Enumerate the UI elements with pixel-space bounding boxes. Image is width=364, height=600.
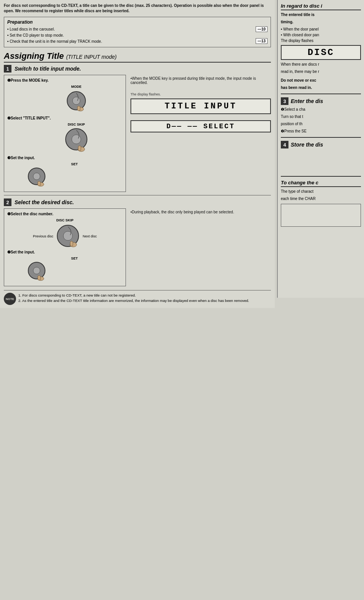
right-warning-text2: has been read in. xyxy=(281,85,361,90)
disc-navigation: Previous disc Next disc xyxy=(7,224,122,248)
change-section-title: To change the c xyxy=(281,180,361,187)
step2-separator xyxy=(4,195,271,195)
step2-left-box: ❶Select the disc number. DISC SKIP Previ… xyxy=(4,208,126,286)
step3-substep3: ❷Press the SE xyxy=(281,128,361,134)
main-title: Assigning Title (TITLE INPUT mode) xyxy=(4,51,271,61)
right-section-subtitle: The entered title is xyxy=(281,12,361,18)
change-text2: each time the CHAR xyxy=(281,196,361,202)
right-warning-text1: Do not move or exc xyxy=(281,77,361,83)
step2-substep1: ❶Select the disc number. xyxy=(7,212,122,216)
svg-rect-3 xyxy=(77,106,80,111)
step1-substep2: ❷Select "TITLE INPUT". xyxy=(7,116,122,120)
prep-step-1: • Load discs in the carousel. xyxy=(7,26,252,32)
svg-point-17 xyxy=(33,267,40,274)
right-section-title: In regard to disc i xyxy=(281,3,361,10)
mode-knob-icon xyxy=(66,89,87,112)
prep-icon-1: —10 xyxy=(256,26,267,32)
svg-point-9 xyxy=(33,173,40,180)
step2-note: •During playback, the disc only being pl… xyxy=(130,210,271,214)
svg-point-1 xyxy=(72,97,80,105)
change-box-placeholder xyxy=(281,204,361,227)
intro-text: For discs not corresponding to CD-TEXT, … xyxy=(4,3,271,14)
step2-content: ❶Select the disc number. DISC SKIP Previ… xyxy=(4,208,271,286)
disc-nav-knob xyxy=(56,224,81,248)
right-divider-3 xyxy=(281,176,361,177)
prep-icons: —10 —13 xyxy=(256,26,267,44)
right-divider-1 xyxy=(281,94,361,94)
prep-step-3: • Check that the unit is in the normal p… xyxy=(7,39,252,45)
main-content: For discs not corresponding to CD-TEXT, … xyxy=(0,0,275,308)
right-bullet-1: When the door panel xyxy=(281,26,361,32)
step4-title: Store the dis xyxy=(291,142,323,148)
set-knob-icon xyxy=(26,167,47,188)
set-icon-area: SET xyxy=(26,162,122,189)
right-note1: When there are discs r xyxy=(281,61,361,67)
step1-left-box: ❶Press the MODE key. MODE ❷Select "TITLE… xyxy=(4,75,126,192)
right-timing: timing. xyxy=(281,19,361,25)
right-warning: Do not move or exc has been read in. xyxy=(281,77,361,90)
step3-substep2-label: Turn so that t xyxy=(281,114,361,119)
right-panel: In regard to disc i The entered title is… xyxy=(277,0,364,298)
display-flashes-label: The display flashes. xyxy=(130,92,271,96)
notes-box: NOTE 1. For discs corresponding to CD-TE… xyxy=(4,290,271,305)
step1-content: ❶Press the MODE key. MODE ❷Select "TITLE… xyxy=(4,75,271,192)
next-disc-label: Next disc xyxy=(83,234,97,238)
step2-number: 2 xyxy=(4,198,11,206)
step3-substep2b: position of th xyxy=(281,121,361,127)
note-item-1: 1. For discs corresponding to CD-TEXT, a… xyxy=(18,293,249,298)
right-display-flashes: The display flashes xyxy=(281,38,361,44)
step2-substep2: ❷Set the input. xyxy=(7,250,122,254)
prep-content: • Load discs in the carousel. • Set the … xyxy=(7,26,267,45)
disc-skip-icon-area: DISC SKIP xyxy=(30,123,122,153)
step3-title: Enter the dis xyxy=(291,98,323,104)
mode-icon-area: MODE xyxy=(30,85,122,113)
step4-header: 4 Store the dis xyxy=(281,141,361,148)
right-bullet-2: With closed door pan xyxy=(281,32,361,38)
step1-note: •When the MODE key is pressed during tit… xyxy=(130,76,271,85)
step1-substep3: ❸Set the input. xyxy=(7,156,122,160)
step3-header: 3 Enter the dis xyxy=(281,97,361,105)
main-subtitle: (TITLE INPUT mode) xyxy=(66,54,116,60)
step4-number: 4 xyxy=(281,141,288,148)
page: CD-323M (En) For discs not corresponding… xyxy=(0,0,364,600)
step4-content-placeholder xyxy=(281,150,361,173)
step2-set-knob xyxy=(26,261,47,282)
step1-header: 1 Switch to title input mode. xyxy=(4,65,271,73)
note-icon: NOTE xyxy=(4,293,16,305)
prep-icon-2: —13 xyxy=(256,38,267,44)
note-item-2: 2. As the entered title and the CD-TEXT … xyxy=(18,298,249,303)
note-content: 1. For discs corresponding to CD-TEXT, a… xyxy=(18,293,249,304)
step2-title: Select the desired disc. xyxy=(14,199,74,205)
step2-set-label: SET xyxy=(26,256,122,260)
right-note2: read in, there may be r xyxy=(281,69,361,74)
preparation-title: Preparation xyxy=(7,19,267,25)
step3-substep1: ❶Select a cha xyxy=(281,106,361,112)
select-display: D—— —— SELECT xyxy=(130,120,271,132)
step2-set-icon-area: SET xyxy=(26,256,122,283)
svg-rect-11 xyxy=(38,181,40,186)
step1-title: Switch to title input mode. xyxy=(14,66,81,72)
change-text1: The type of charact xyxy=(281,189,361,194)
svg-rect-7 xyxy=(78,146,81,151)
right-disc-display: DISC xyxy=(281,45,361,60)
step1-substep1: ❶Press the MODE key. xyxy=(7,78,122,82)
disc-skip-knob xyxy=(63,127,90,152)
prev-disc-label: Previous disc xyxy=(33,234,53,238)
svg-rect-19 xyxy=(38,276,40,280)
step1-display-area: The display flashes. TITLE INPUT xyxy=(130,92,271,114)
svg-rect-15 xyxy=(70,241,73,246)
prep-steps: • Load discs in the carousel. • Set the … xyxy=(7,26,252,45)
step1-number: 1 xyxy=(4,65,11,73)
section-title: Assigning Title (TITLE INPUT mode) xyxy=(4,51,271,63)
step2-disc-skip-label: DISC SKIP xyxy=(7,218,122,222)
mode-label: MODE xyxy=(30,85,122,89)
right-divider-2 xyxy=(281,137,361,138)
prep-step-2: • Set the CD player to stop mode. xyxy=(7,32,252,39)
step3-number: 3 xyxy=(281,97,288,105)
step2-header: 2 Select the desired disc. xyxy=(4,198,271,206)
preparation-box: Preparation • Load discs in the carousel… xyxy=(4,17,271,47)
svg-point-5 xyxy=(72,135,81,144)
step1-right-instructions: •When the MODE key is pressed during tit… xyxy=(130,75,271,192)
title-input-display: TITLE INPUT xyxy=(130,98,271,114)
step1-select-display-area: D—— —— SELECT xyxy=(130,120,271,132)
